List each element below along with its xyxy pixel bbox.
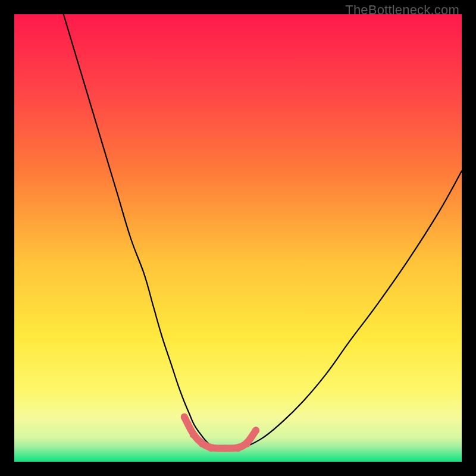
svg-point-2 [199, 440, 206, 447]
svg-point-0 [181, 414, 188, 421]
svg-point-7 [252, 427, 259, 434]
svg-point-6 [243, 440, 250, 447]
svg-point-4 [221, 444, 228, 452]
chart-frame [14, 14, 462, 462]
svg-point-5 [234, 444, 242, 452]
gradient-background [14, 14, 462, 462]
bottleneck-chart [14, 14, 462, 462]
svg-point-3 [208, 444, 215, 452]
watermark-text: TheBottleneck.com [345, 2, 459, 18]
svg-point-1 [190, 431, 197, 439]
